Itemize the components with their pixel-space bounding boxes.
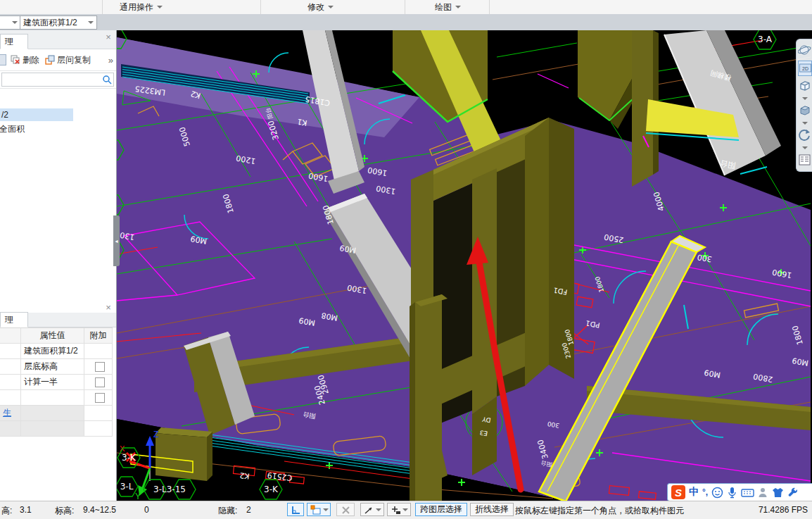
menu-label: 绘图: [435, 1, 452, 13]
tab-properties[interactable]: 理: [0, 312, 28, 327]
column-header-value: 属性值: [21, 328, 84, 343]
ortho-toggle-button[interactable]: [287, 503, 304, 516]
chevron-down-icon: [376, 508, 381, 511]
checklist-icon: [798, 153, 812, 167]
chevron-down-icon[interactable]: [802, 122, 808, 125]
property-row: 生: [0, 406, 113, 421]
delete-label: 删除: [23, 54, 39, 66]
menu-separator: [489, 0, 490, 14]
chevron-down-icon: [402, 508, 408, 511]
height-label: 高:: [1, 505, 12, 517]
search-row: [0, 71, 116, 89]
list-item-area-half[interactable]: /2: [0, 108, 73, 121]
cross-layer-select-button[interactable]: 跨图层选择: [415, 503, 467, 516]
orbit-view-button[interactable]: [798, 42, 812, 59]
property-panel: × 理 属性值 附加 建筑面积算1/2 层底标高 计算一半: [0, 301, 117, 501]
skin-tshirt-icon[interactable]: [772, 487, 784, 498]
ime-toolbar: S 中 °,: [667, 483, 812, 501]
beam-vertical: [410, 294, 448, 501]
solid-view-button[interactable]: [798, 102, 812, 119]
axis-bubble-label: 3-A: [758, 35, 773, 44]
count-value: 0: [144, 505, 149, 515]
view-toolbar: 2D: [796, 39, 812, 172]
menu-separator: [102, 0, 103, 14]
attach-checkbox[interactable]: [95, 377, 105, 387]
property-row: [0, 421, 113, 437]
gizmo-z-label: Z: [153, 430, 158, 439]
panel-titlebar: ×: [0, 301, 116, 313]
ime-punctuation-icon[interactable]: °,: [702, 487, 708, 497]
chevron-down-icon: [12, 21, 18, 24]
application-window: 通用操作 修改 绘图 建筑面积算1/2: [0, 0, 812, 519]
hidden-value: 2: [246, 505, 251, 515]
viewport-dim-label: E3: [479, 429, 488, 437]
axis-bubble-label: 3-L3-15: [153, 484, 186, 494]
solid-cube-icon: [798, 104, 812, 118]
search-input[interactable]: [4, 74, 98, 85]
tab-label: 理: [5, 36, 13, 48]
emoji-icon[interactable]: [711, 487, 723, 499]
menu-label: 修改: [307, 1, 324, 13]
calc-list-button[interactable]: [798, 151, 812, 168]
element-list-panel: 理 × 删除 层间复制 » /2 全面积: [0, 30, 117, 301]
tab-label: 理: [5, 314, 13, 326]
delete-button[interactable]: 删除: [9, 53, 41, 68]
element-toolbar: 建筑面积算1/2: [0, 14, 812, 31]
wrench-icon[interactable]: [787, 487, 797, 498]
panel-collapse-handle[interactable]: ◂: [113, 215, 120, 266]
x-icon: [340, 504, 351, 515]
wireframe-cube-icon: [798, 79, 812, 93]
cut-icon[interactable]: [0, 54, 6, 65]
layer-copy-button[interactable]: 层间复制: [44, 53, 92, 68]
polyline-select-button[interactable]: 折线选择: [470, 503, 514, 516]
property-value[interactable]: 建筑面积算1/2: [21, 344, 84, 358]
close-icon[interactable]: ×: [103, 303, 113, 313]
line-style-button[interactable]: [360, 503, 384, 516]
viewport-dim-label: K1: [296, 117, 307, 127]
pick-box-icon: [310, 504, 322, 515]
ribbon-menubar: 通用操作 修改 绘图: [0, 0, 812, 15]
chevron-down-icon: [323, 508, 329, 511]
chevron-down-icon[interactable]: [802, 146, 808, 149]
menu-modify[interactable]: 修改: [307, 0, 334, 14]
angle-icon: [290, 504, 301, 515]
wireframe-view-button[interactable]: [798, 77, 812, 94]
menu-separator: [260, 0, 261, 14]
panel-toolbar: 删除 层间复制 »: [0, 49, 116, 71]
pick-box-button[interactable]: [307, 503, 331, 516]
element-name-combo[interactable]: 建筑面积算1/2: [20, 15, 97, 30]
point-style-button[interactable]: [387, 503, 411, 516]
chevron-down-icon: [157, 6, 163, 8]
user-icon[interactable]: [758, 487, 768, 498]
property-value[interactable]: [21, 390, 84, 405]
attach-checkbox[interactable]: [95, 362, 105, 372]
menu-label: 通用操作: [120, 1, 153, 13]
menu-draw[interactable]: 绘图: [435, 0, 461, 14]
hidden-label: 隐藏:: [218, 505, 237, 517]
property-value[interactable]: 层底标高: [21, 359, 84, 374]
viewport-3d[interactable]: Z Y X 3-A3-K3-L3-L3-153-K LM3225K25000C1…: [117, 30, 812, 501]
chevron-down-icon[interactable]: [802, 97, 808, 100]
chevron-down-icon: [455, 6, 461, 8]
microphone-icon[interactable]: [727, 487, 737, 499]
list-item-label: /2: [1, 110, 8, 120]
ime-mode-chinese[interactable]: 中: [689, 486, 699, 499]
sogou-logo-icon[interactable]: S: [671, 485, 685, 499]
property-row: 计算一半: [0, 375, 113, 390]
search-box: [1, 73, 114, 87]
menu-common-operations[interactable]: 通用操作: [120, 0, 163, 14]
status-bar: 高: 3.1 标高: 9.4~12.5 0 隐藏: 2 跨图层选择 折线选择 按…: [0, 501, 812, 519]
close-icon[interactable]: ×: [103, 32, 113, 42]
tab-manage[interactable]: 理: [0, 34, 28, 49]
list-item-area-full[interactable]: 全面积: [0, 123, 116, 135]
plus-bar-icon: [390, 504, 401, 515]
keyboard-icon[interactable]: [741, 487, 754, 498]
view-2d-button[interactable]: 2D: [798, 61, 812, 76]
rotate-view-button[interactable]: [798, 127, 812, 144]
element-type-combo[interactable]: [0, 15, 21, 30]
deselect-button[interactable]: [336, 503, 355, 516]
attach-checkbox[interactable]: [95, 393, 105, 403]
elevation-value: 9.4~12.5: [83, 505, 116, 515]
more-button[interactable]: »: [108, 55, 113, 65]
property-value[interactable]: 计算一半: [21, 375, 84, 389]
